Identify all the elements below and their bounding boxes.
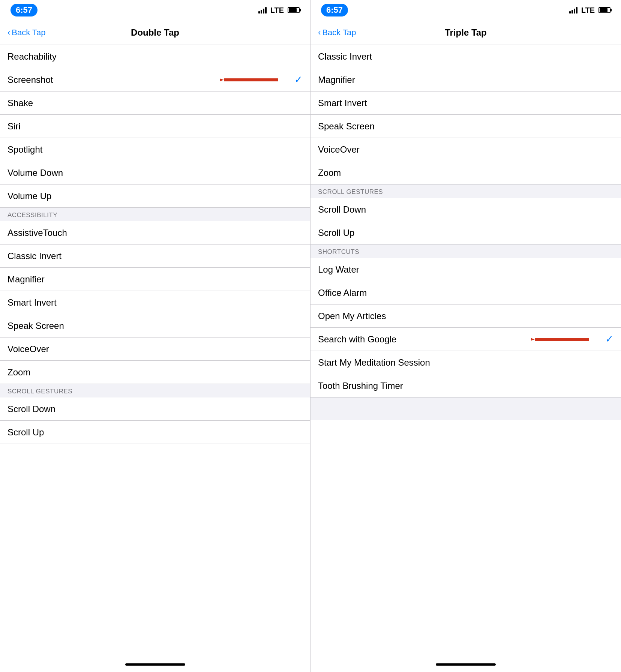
left-time: 6:57	[10, 4, 38, 16]
right-nav-bar: ‹ Back Tap Triple Tap	[310, 20, 621, 45]
list-item-label: Spotlight	[8, 144, 42, 155]
left-status-bar: 6:57 LTE	[0, 0, 310, 20]
list-item-label: Scroll Up	[318, 228, 354, 238]
list-item[interactable]: Volume Up	[0, 184, 310, 208]
left-list-content: Reachability Screenshot ✓ Shake Siri Spo…	[0, 45, 310, 657]
list-item-label: Scroll Down	[318, 204, 366, 215]
list-item-label: Screenshot	[8, 75, 53, 85]
right-signal-icon	[569, 7, 578, 14]
list-item[interactable]: Speak Screen	[310, 115, 621, 138]
list-item-label: Volume Down	[8, 168, 63, 178]
list-item[interactable]: Start My Meditation Session	[310, 351, 621, 374]
left-nav-title: Double Tap	[131, 27, 179, 38]
list-item-label: Classic Invert	[8, 251, 62, 261]
list-item[interactable]: Classic Invert	[310, 45, 621, 68]
list-item[interactable]: Scroll Down	[310, 198, 621, 221]
right-lte-label: LTE	[581, 6, 595, 15]
list-item-label: VoiceOver	[318, 144, 360, 155]
list-item-label: Magnifier	[8, 274, 45, 285]
list-item-label: Open My Articles	[318, 311, 386, 321]
left-home-indicator	[0, 657, 310, 672]
list-item[interactable]: VoiceOver	[0, 338, 310, 361]
right-home-indicator	[310, 657, 621, 672]
list-item[interactable]: Shake	[0, 92, 310, 115]
list-item[interactable]: Scroll Down	[0, 398, 310, 421]
list-item-label: Office Alarm	[318, 288, 367, 298]
right-panel: 6:57 LTE ‹ Back Tap Triple Tap Classic I…	[310, 0, 621, 672]
right-back-chevron-icon: ‹	[318, 28, 321, 37]
list-item[interactable]: Scroll Up	[0, 421, 310, 444]
list-item-label: Start My Meditation Session	[318, 357, 430, 368]
left-home-bar	[125, 663, 185, 666]
list-item[interactable]: Smart Invert	[0, 291, 310, 314]
left-arrow-annotation	[220, 70, 280, 89]
left-lte-label: LTE	[270, 6, 284, 15]
right-search-google-checkmark: ✓	[605, 333, 614, 345]
left-nav-bar: ‹ Back Tap Double Tap	[0, 20, 310, 45]
right-home-bar	[436, 663, 496, 666]
list-item[interactable]: Reachability	[0, 45, 310, 68]
right-time: 6:57	[321, 4, 348, 16]
list-item-label: Speak Screen	[318, 121, 375, 132]
list-item-search-google[interactable]: Search with Google ✓	[310, 328, 621, 351]
list-item-label: Siri	[8, 121, 21, 132]
right-battery-icon	[598, 7, 610, 13]
right-arrow-annotation	[531, 330, 591, 349]
left-screenshot-checkmark: ✓	[294, 74, 303, 86]
left-battery-icon	[288, 7, 300, 13]
list-item-label: Smart Invert	[8, 297, 57, 308]
list-item-label: VoiceOver	[8, 344, 49, 354]
list-item-label: Scroll Down	[8, 404, 56, 414]
list-item-label: Smart Invert	[318, 98, 367, 108]
list-item-label: Classic Invert	[318, 51, 372, 62]
list-item[interactable]: Speak Screen	[0, 314, 310, 338]
left-back-chevron-icon: ‹	[8, 28, 10, 37]
left-accessibility-header: ACCESSIBILITY	[0, 208, 310, 221]
list-item-label: Reachability	[8, 51, 57, 62]
list-item-label: Zoom	[8, 367, 30, 378]
right-scroll-gestures-header: SCROLL GESTURES	[310, 184, 621, 198]
right-shortcuts-header: SHORTCUTS	[310, 244, 621, 258]
list-item[interactable]: Zoom	[310, 161, 621, 184]
left-panel: 6:57 LTE ‹ Back Tap Double Tap Reachabil…	[0, 0, 310, 672]
list-item[interactable]: Office Alarm	[310, 281, 621, 304]
list-item[interactable]: Smart Invert	[310, 92, 621, 115]
list-item[interactable]: Magnifier	[310, 68, 621, 92]
list-item[interactable]: Tooth Brushing Timer	[310, 374, 621, 398]
list-item[interactable]: Siri	[0, 115, 310, 138]
list-item[interactable]: Spotlight	[0, 138, 310, 161]
list-item-label: Search with Google	[318, 334, 396, 345]
left-status-right: LTE	[258, 6, 300, 15]
right-back-label: Back Tap	[322, 28, 356, 38]
list-item-label: Log Water	[318, 264, 359, 275]
right-nav-title: Triple Tap	[445, 27, 487, 38]
list-item-label: Scroll Up	[8, 427, 44, 438]
list-item-label: Shake	[8, 98, 33, 108]
list-item[interactable]: Log Water	[310, 258, 621, 281]
right-list-content: Classic Invert Magnifier Smart Invert Sp…	[310, 45, 621, 657]
list-item-label: Speak Screen	[8, 321, 64, 331]
left-back-label: Back Tap	[12, 28, 45, 38]
right-status-bar: 6:57 LTE	[310, 0, 621, 20]
list-item-label: Volume Up	[8, 191, 51, 201]
list-item[interactable]: Classic Invert	[0, 244, 310, 268]
list-item[interactable]: Open My Articles	[310, 304, 621, 328]
list-item-label: Tooth Brushing Timer	[318, 381, 403, 391]
list-item[interactable]: Magnifier	[0, 268, 310, 291]
right-status-right: LTE	[569, 6, 610, 15]
list-item-label: AssistiveTouch	[8, 228, 67, 238]
list-item[interactable]: Volume Down	[0, 161, 310, 184]
list-item[interactable]: Zoom	[0, 361, 310, 384]
left-back-button[interactable]: ‹ Back Tap	[8, 28, 45, 38]
list-item-screenshot[interactable]: Screenshot ✓	[0, 68, 310, 92]
right-back-button[interactable]: ‹ Back Tap	[318, 28, 356, 38]
list-item[interactable]: VoiceOver	[310, 138, 621, 161]
list-item-label: Magnifier	[318, 75, 355, 85]
list-item[interactable]: Scroll Up	[310, 221, 621, 244]
left-signal-icon	[258, 7, 267, 14]
list-item-label: Zoom	[318, 168, 341, 178]
list-item[interactable]: AssistiveTouch	[0, 221, 310, 244]
left-scroll-gestures-header: SCROLL GESTURES	[0, 384, 310, 398]
